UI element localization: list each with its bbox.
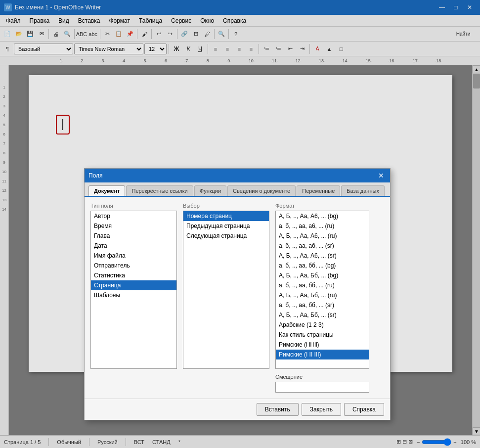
type-listbox[interactable]: Автор Время Глава Дата Имя файла Отправи… bbox=[90, 211, 177, 369]
tab-variables[interactable]: Переменные bbox=[297, 185, 340, 196]
format-4[interactable]: А, Б, .., Аа, А6, ... (sr) bbox=[276, 251, 369, 261]
tab-cross-refs[interactable]: Перекрёстные ссылки bbox=[126, 185, 193, 196]
dialog-overlay: Поля ✕ Документ Перекрёстные ссылки Функ… bbox=[0, 0, 480, 448]
tab-doc-info[interactable]: Сведения о документе bbox=[227, 185, 296, 196]
offset-input[interactable] bbox=[275, 382, 369, 393]
format-9[interactable]: а, б, .., аа, бб, ... (sr) bbox=[276, 300, 369, 310]
tab-document[interactable]: Документ bbox=[88, 185, 125, 196]
format-0[interactable]: А, Б, .., Аа, А6, ... (bg) bbox=[276, 211, 369, 221]
col-type: Тип поля Автор Время Глава Дата Имя файл… bbox=[90, 203, 177, 393]
col-choice: Выбор Номера страниц Предыдущая страница… bbox=[183, 203, 269, 393]
tab-database[interactable]: База данных bbox=[341, 185, 385, 196]
fields-dialog: Поля ✕ Документ Перекрёстные ссылки Функ… bbox=[84, 168, 391, 420]
type-page[interactable]: Страница bbox=[91, 280, 176, 290]
choice-page-numbers[interactable]: Номера страниц bbox=[183, 211, 269, 221]
col-format: Формат А, Б, .., Аа, А6, ... (bg) а, б, … bbox=[275, 203, 369, 393]
offset-section: Смещение bbox=[275, 374, 369, 393]
close-button[interactable]: Закрыть bbox=[302, 403, 341, 416]
help-button[interactable]: Справка bbox=[344, 403, 384, 416]
type-date[interactable]: Дата bbox=[91, 241, 176, 251]
format-14[interactable]: Римские (I II III) bbox=[276, 350, 369, 359]
format-5[interactable]: а, б, .., аа, бб, ... (bg) bbox=[276, 261, 369, 270]
format-13[interactable]: Римские (i ii iii) bbox=[276, 340, 369, 350]
col-choice-header: Выбор bbox=[183, 203, 269, 209]
tab-functions[interactable]: Функции bbox=[194, 185, 226, 196]
format-7[interactable]: а, б, .., аа, бб, ... (ru) bbox=[276, 280, 369, 290]
format-8[interactable]: А, Б, .., Аа, Бб, ... (ru) bbox=[276, 290, 369, 300]
type-stats[interactable]: Статистика bbox=[91, 270, 176, 280]
type-templates[interactable]: Шаблоны bbox=[91, 290, 176, 300]
dialog-columns: Тип поля Автор Время Глава Дата Имя файл… bbox=[90, 203, 384, 393]
dialog-body: Тип поля Автор Время Глава Дата Имя файл… bbox=[85, 197, 390, 399]
dialog-tabs: Документ Перекрёстные ссылки Функции Све… bbox=[85, 182, 390, 197]
col-format-header: Формат bbox=[275, 203, 369, 209]
dialog-titlebar: Поля ✕ bbox=[85, 169, 390, 182]
offset-label: Смещение bbox=[275, 374, 369, 380]
col-type-header: Тип поля bbox=[90, 203, 177, 209]
format-10[interactable]: А, Б, .., Аа, Бб, ... (sr) bbox=[276, 310, 369, 320]
type-chapter[interactable]: Глава bbox=[91, 231, 176, 241]
format-6[interactable]: А, Б, .., Аа, Бб, ... (bg) bbox=[276, 270, 369, 280]
type-filename[interactable]: Имя файла bbox=[91, 251, 176, 261]
format-2[interactable]: А, Б, .., Аа, А6, ... (ru) bbox=[276, 231, 369, 241]
format-3[interactable]: а, б, .., аа, аб, ... (sr) bbox=[276, 241, 369, 251]
type-author[interactable]: Автор bbox=[91, 211, 176, 221]
choice-listbox[interactable]: Номера страниц Предыдущая страница Следу… bbox=[183, 211, 269, 369]
format-1[interactable]: а, б, .., аа, а6, ... (ru) bbox=[276, 221, 369, 231]
choice-prev-page[interactable]: Предыдущая страница bbox=[183, 221, 269, 231]
format-12[interactable]: Как стиль страницы bbox=[276, 330, 369, 340]
dialog-footer: Вставить Закрыть Справка bbox=[85, 399, 390, 420]
format-listbox[interactable]: А, Б, .., Аа, А6, ... (bg) а, б, .., аа,… bbox=[275, 211, 369, 369]
format-11[interactable]: Арабские (1 2 3) bbox=[276, 320, 369, 330]
type-time[interactable]: Время bbox=[91, 221, 176, 231]
dialog-title: Поля bbox=[88, 172, 103, 179]
dialog-close-button[interactable]: ✕ bbox=[376, 171, 386, 180]
type-sender[interactable]: Отправитель bbox=[91, 261, 176, 270]
insert-button[interactable]: Вставить bbox=[257, 403, 299, 416]
choice-next-page[interactable]: Следующая страница bbox=[183, 231, 269, 241]
